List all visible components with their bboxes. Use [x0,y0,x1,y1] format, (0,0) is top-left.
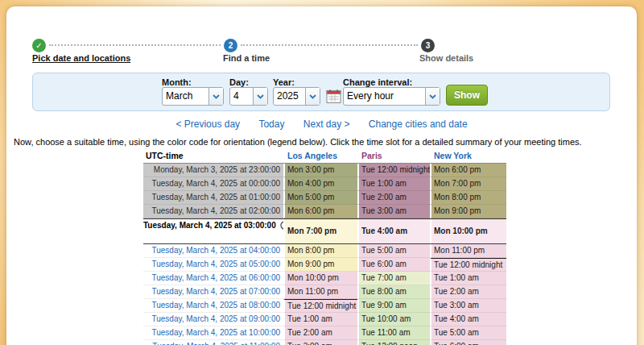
step-3-number: 3 [426,41,431,50]
table-row: Tuesday, March 4, 2025 at 08:00:00Tue 12… [143,299,506,313]
utc-time-cell[interactable]: Tuesday, March 4, 2025 at 08:00:00 [143,299,283,313]
utc-time-cell[interactable]: Tuesday, March 4, 2025 at 10:00:00 [143,326,283,340]
time-slot-cell: Mon 5:00 pm [283,191,357,205]
interval-select-value: Every hour [344,88,425,105]
utc-time-cell: Tuesday, March 4, 2025 at 02:00:00 [143,205,283,218]
time-slot-cell[interactable]: Tue 1:00 am [430,272,506,285]
year-select[interactable]: 2025 [273,87,320,106]
time-slot-cell[interactable]: Mon 8:00 pm [283,244,357,258]
year-label: Year: [273,77,295,87]
utc-time-header: UTC-time [143,150,283,163]
time-slot-cell[interactable]: Tue 4:00 am [430,313,506,326]
stepper-connector [241,44,418,46]
time-slot-cell[interactable]: Mon 11:00 pm [430,244,506,258]
time-slot-cell[interactable]: Tue 9:00 am [357,299,430,313]
date-form-bar: Month: March Day: 4 Year: 2025 [32,73,610,111]
table-row: Tuesday, March 4, 2025 at 11:00:00Tue 3:… [143,340,506,345]
time-slot-cell[interactable]: Tue 5:00 am [357,244,430,258]
day-navigation: < Previous day Today Next day > Change c… [6,118,637,130]
calendar-picker-button[interactable] [326,89,342,104]
table-row: Tuesday, March 4, 2025 at 10:00:00Tue 2:… [143,326,506,340]
city-header-paris[interactable]: Paris [357,150,430,163]
show-button[interactable]: Show [446,85,488,106]
chevron-down-icon [305,88,320,105]
day-select[interactable]: 4 [229,87,268,106]
previous-day-link[interactable]: < Previous day [175,118,240,130]
today-link[interactable]: Today [258,118,284,130]
table-row: Tuesday, March 4, 2025 at 00:00:00Mon 4:… [143,177,506,191]
time-slot-cell: Tue 2:00 am [357,191,430,205]
time-slot-cell[interactable]: Tue 2:00 am [430,285,506,299]
day-select-value: 4 [230,88,253,105]
time-slot-cell[interactable]: Tue 12:00 noon [357,340,430,345]
time-slot-cell[interactable]: Mon 11:00 pm [283,285,357,299]
step-1-label-link[interactable]: Pick date and locations [32,53,130,63]
table-row: Tuesday, March 4, 2025 at 01:00:00Mon 5:… [143,191,506,205]
table-header-row: UTC-time Los Angeles Paris New York [143,150,506,163]
time-slot-cell[interactable]: Tue 11:00 am [357,326,430,340]
time-slot-cell[interactable]: Tue 6:00 am [357,258,430,272]
next-day-link[interactable]: Next day > [303,118,350,130]
time-slot-cell[interactable]: Tue 4:00 am [357,219,430,243]
interval-select[interactable]: Every hour [343,87,440,106]
utc-time-cell[interactable]: Tuesday, March 4, 2025 at 04:00:00 [143,244,283,258]
city-header-los-angeles[interactable]: Los Angeles [283,150,357,163]
chevron-down-icon [425,88,440,105]
time-slot-cell: Mon 6:00 pm [430,164,506,177]
checkmark-icon: ✓ [35,41,42,50]
table-row: Tuesday, March 4, 2025 at 06:00:00Mon 10… [143,272,506,285]
calendar-icon [326,93,342,106]
city-header-new-york[interactable]: New York [430,150,506,163]
time-slot-cell[interactable]: Mon 10:00 pm [430,219,506,243]
time-slot-cell[interactable]: Tue 2:00 am [283,326,357,340]
time-slot-cell[interactable]: Mon 9:00 pm [283,258,357,272]
current-time-row: Tuesday, March 4, 2025 at 03:00:00 Mon 7… [143,218,506,244]
utc-time-cell[interactable]: Tuesday, March 4, 2025 at 05:00:00 [143,258,283,272]
month-select[interactable]: March [162,87,224,106]
step-3-circle: 3 [421,39,435,52]
utc-time-cell[interactable]: Tuesday, March 4, 2025 at 07:00:00 [143,285,283,299]
time-slot-cell[interactable]: Tue 7:00 am [357,272,430,285]
time-slot-cell[interactable]: Tue 8:00 am [357,285,430,299]
time-slot-cell[interactable]: Tue 10:00 am [357,313,430,326]
time-slot-cell: Mon 4:00 pm [283,177,357,191]
main-card: ✓ Pick date and locations 2 Find a time … [6,6,637,345]
time-slot-cell[interactable]: Tue 1:00 am [283,313,357,326]
time-slot-cell[interactable]: Tue 6:00 am [430,340,506,345]
time-slot-cell[interactable]: Mon 10:00 pm [283,272,357,285]
utc-time-cell[interactable]: Tuesday, March 4, 2025 at 09:00:00 [143,313,283,326]
table-row: Monday, March 3, 2025 at 23:00:00Mon 3:0… [143,164,506,177]
utc-time-cell[interactable]: Tuesday, March 4, 2025 at 11:00:00 [143,340,283,345]
chevron-down-icon [253,88,267,105]
table-row: Tuesday, March 4, 2025 at 02:00:00Mon 6:… [143,205,506,218]
change-cities-link[interactable]: Change cities and date [369,118,468,130]
step-2-current-circle: 2 [224,39,237,52]
utc-time-cell: Tuesday, March 4, 2025 at 01:00:00 [143,191,283,205]
time-slot-cell: Mon 8:00 pm [430,191,506,205]
table-body: Monday, March 3, 2025 at 23:00:00Mon 3:0… [143,163,506,345]
time-slot-cell: Mon 3:00 pm [283,164,357,177]
time-slot-cell[interactable]: Tue 3:00 am [430,299,506,313]
time-slot-cell[interactable]: Tue 3:00 am [283,340,357,345]
table-row: Tuesday, March 4, 2025 at 07:00:00Mon 11… [143,285,506,299]
table-row: Tuesday, March 4, 2025 at 09:00:00Tue 1:… [143,313,506,326]
month-label: Month: [162,77,192,87]
utc-time-cell: Tuesday, March 4, 2025 at 00:00:00 [143,177,283,191]
instructions-text: Now, choose a suitable time, using the c… [14,137,634,147]
utc-time-cell[interactable]: Tuesday, March 4, 2025 at 06:00:00 [143,272,283,285]
month-select-value: March [163,88,208,105]
interval-label: Change interval: [343,77,412,87]
table-row: Tuesday, March 4, 2025 at 05:00:00Mon 9:… [143,258,506,272]
time-slot-cell[interactable]: Tue 12:00 midnight [430,258,506,272]
utc-time-cell: Monday, March 3, 2025 at 23:00:00 [143,164,283,177]
step-1-done-circle[interactable]: ✓ [32,39,46,52]
utc-time-cell: Tuesday, March 4, 2025 at 03:00:00 [143,219,283,243]
time-slot-cell[interactable]: Tue 12:00 midnight [283,299,357,313]
chevron-down-icon [208,88,223,105]
time-slot-cell: Mon 6:00 pm [283,205,357,218]
time-slot-cell[interactable]: Tue 5:00 am [430,326,506,340]
table-row: Tuesday, March 4, 2025 at 04:00:00Mon 8:… [143,244,506,258]
time-slot-cell[interactable]: Mon 7:00 pm [283,219,357,243]
stepper-connector [49,44,221,46]
step-2-label: Find a time [223,53,270,63]
